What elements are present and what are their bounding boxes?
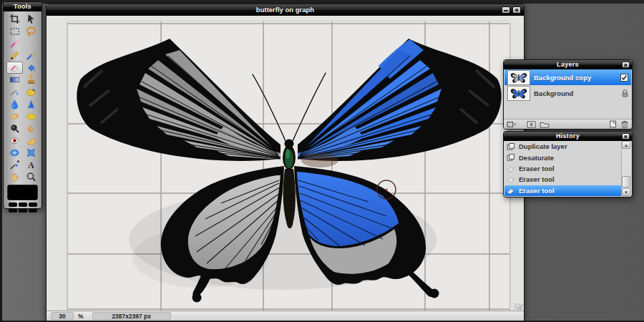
resize-grip[interactable] [514,303,522,310]
layers-close-button[interactable]: × [622,62,630,68]
history-rows: Duplicate layerDesaturateEraser toolEras… [504,141,622,196]
tool-color-replace[interactable] [6,86,23,98]
tool-pencil[interactable] [6,49,23,62]
history-row[interactable]: Eraser tool [504,185,622,196]
zoom-unit-label: % [78,313,84,320]
history-label: Eraser tool [519,187,555,195]
scroll-down-button[interactable]: ▼ [622,188,630,196]
tool-red-eye[interactable] [6,135,23,147]
history-row[interactable]: Desaturate [504,152,622,162]
tool-marquee[interactable] [6,25,23,37]
swatch-mini[interactable] [19,203,27,207]
layer-visibility-checkbox[interactable] [620,74,628,82]
layer-name: Background copy [534,74,617,82]
scroll-thumb[interactable] [622,176,630,187]
swatch-mini[interactable] [29,208,37,213]
duplicate-layer-icon [507,153,515,162]
tool-lasso[interactable] [23,25,39,37]
document-window: butterfly on graph × [46,4,525,321]
history-label: Duplicate layer [519,142,567,150]
tools-title-bar[interactable]: Tools [4,2,42,11]
layer-thumbnail [507,70,530,85]
history-row[interactable]: Eraser tool [504,174,622,185]
new-layer-button[interactable] [609,120,618,128]
history-label: Eraser tool [519,175,555,183]
tool-smudge[interactable] [6,110,23,122]
tool-dodge[interactable] [6,122,23,135]
layer-folder-button[interactable] [540,121,550,128]
status-bar: 30 % 2387x2397 px [47,311,524,321]
history-scrollbar: ▲ ▼ [621,141,631,196]
tool-spacer [23,37,39,49]
layer-mask-button[interactable] [527,121,537,128]
tool-pinch[interactable] [23,147,39,159]
zoom-level-value[interactable]: 30 [51,312,74,320]
duplicate-layer-icon [507,142,515,151]
swatch-mini[interactable] [29,203,37,207]
color-swatch-primary[interactable] [7,185,38,200]
tools-panel: Tools A [3,1,42,209]
tool-sponge[interactable] [23,110,39,122]
layer-row[interactable]: Background copy [504,69,631,85]
minimize-button[interactable] [502,6,510,14]
tools-grid: A [4,11,42,183]
close-icon: × [515,6,519,13]
layer-row[interactable]: Background [504,85,631,101]
minimize-icon [504,10,508,11]
tool-eraser[interactable] [6,62,23,74]
delete-layer-button[interactable] [620,120,629,128]
tool-bloat[interactable] [6,147,23,159]
layer-thumbnail [507,86,530,101]
tool-drawing[interactable] [23,86,39,98]
layer-lock-icon [622,89,628,97]
color-swatch-minis [7,203,39,213]
eraser-icon [507,187,515,195]
left-chrome-strip [0,0,2,322]
window-buttons: × [502,6,521,14]
swatch-mini[interactable] [19,208,27,213]
tool-crop[interactable] [6,13,23,25]
tool-burn[interactable] [23,122,39,135]
history-row[interactable]: Duplicate layer [504,141,622,152]
layers-title: Layers [557,61,579,68]
eraser-icon [507,165,515,172]
history-panel: History × Duplicate layerDesaturateErase… [503,131,633,197]
close-button[interactable]: × [512,6,521,14]
window-title-bar[interactable]: butterfly on graph × [47,4,524,16]
layers-rows: Background copyBackground [504,69,631,101]
history-title: History [556,132,580,140]
window-title: butterfly on graph [256,6,314,14]
svg-text:A: A [28,160,34,170]
tool-color-picker[interactable] [6,159,23,171]
tool-spot-heal[interactable] [23,135,39,147]
history-close-button[interactable]: × [622,133,630,140]
eraser-icon [507,175,515,183]
history-title-bar[interactable]: History × [504,132,632,141]
layers-panel: Layers × Background copyBackground [503,59,633,130]
swatch-mini[interactable] [9,208,17,213]
tool-brush[interactable] [23,49,39,62]
image-dimensions: 2387x2397 px [92,312,171,320]
tool-zoom[interactable] [23,171,39,183]
tools-title: Tools [14,3,31,10]
tool-type[interactable]: A [23,159,39,171]
tool-sharpen[interactable] [23,98,39,110]
tool-bucket[interactable] [23,62,39,74]
canvas-image[interactable] [68,21,509,311]
tool-wand[interactable] [6,37,23,49]
tool-blur[interactable] [6,98,23,110]
history-label: Eraser tool [519,165,555,172]
layer-name: Background [534,89,618,97]
layers-title-bar[interactable]: Layers × [504,60,632,69]
scroll-up-button[interactable]: ▲ [622,141,630,149]
tool-move[interactable] [23,13,39,25]
tool-hand[interactable] [6,171,23,183]
layer-settings-button[interactable] [507,121,517,128]
layers-bottom-bar [504,119,632,129]
history-row[interactable]: Eraser tool [504,163,622,174]
swatch-mini[interactable] [9,203,17,207]
tool-gradient[interactable] [6,74,23,86]
canvas-area [47,16,524,311]
history-label: Desaturate [519,154,554,162]
tool-clone-stamp[interactable] [23,74,39,86]
